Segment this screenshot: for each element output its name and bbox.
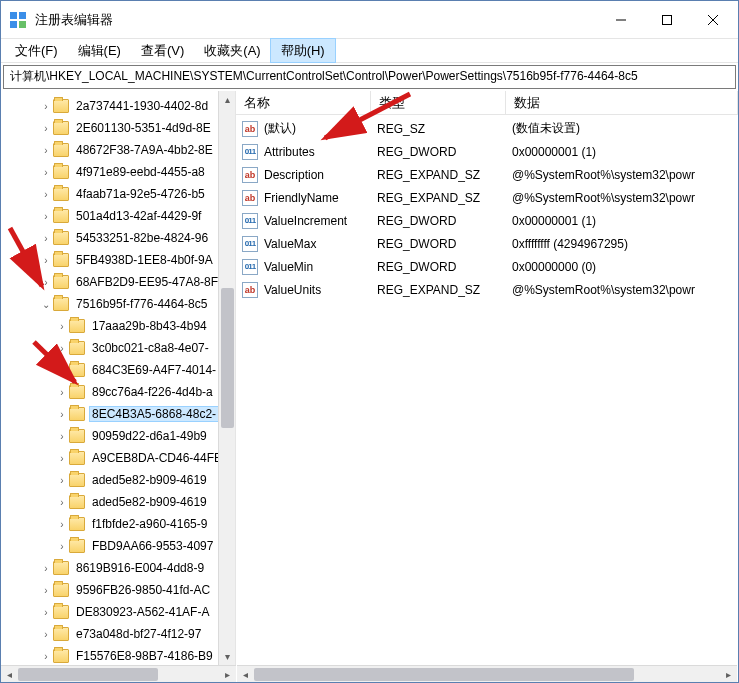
tree-item[interactable]: ›f1fbfde2-a960-4165-9 [7, 513, 235, 535]
value-name: ValueMax [264, 237, 377, 251]
expand-icon[interactable]: › [55, 343, 69, 354]
scroll-left-icon[interactable]: ◂ [237, 666, 254, 683]
tree-item[interactable]: ›2E601130-5351-4d9d-8E [7, 117, 235, 139]
folder-icon [69, 385, 85, 399]
tree-item[interactable]: ›68AFB2D9-EE95-47A8-8F [7, 271, 235, 293]
binary-value-icon: 011 [242, 236, 258, 252]
tree-item[interactable]: ›aded5e82-b909-4619 [7, 469, 235, 491]
scroll-right-icon[interactable]: ▸ [219, 666, 236, 683]
list-row[interactable]: ab(默认)REG_SZ(数值未设置) [236, 117, 738, 140]
expand-icon[interactable]: › [39, 233, 53, 244]
tree-item[interactable]: ›684C3E69-A4F7-4014- [7, 359, 235, 381]
tree-item-label: 2a737441-1930-4402-8d [74, 99, 210, 113]
tree-item[interactable]: ›A9CEB8DA-CD46-44FE [7, 447, 235, 469]
expand-icon[interactable]: ⌄ [39, 299, 53, 310]
col-name[interactable]: 名称 [236, 91, 371, 114]
tree-item[interactable]: ›4faab71a-92e5-4726-b5 [7, 183, 235, 205]
expand-icon[interactable]: › [39, 101, 53, 112]
tree-item[interactable]: ›F15576E8-98B7-4186-B9 [7, 645, 235, 667]
expand-icon[interactable]: › [55, 387, 69, 398]
expand-icon[interactable]: › [39, 255, 53, 266]
expand-icon[interactable]: › [55, 519, 69, 530]
menu-edit[interactable]: 编辑(E) [68, 39, 131, 62]
binary-value-icon: 011 [242, 259, 258, 275]
menu-help[interactable]: 帮助(H) [271, 39, 335, 62]
value-data: 0x00000001 (1) [512, 145, 738, 159]
minimize-button[interactable] [598, 5, 644, 35]
tree-item[interactable]: ›aded5e82-b909-4619 [7, 491, 235, 513]
menu-file[interactable]: 文件(F) [5, 39, 68, 62]
tree-item[interactable]: ⌄7516b95f-f776-4464-8c5 [7, 293, 235, 315]
list-row[interactable]: 011ValueMinREG_DWORD0x00000000 (0) [236, 255, 738, 278]
expand-icon[interactable]: › [55, 321, 69, 332]
tree-item[interactable]: ›5FB4938D-1EE8-4b0f-9A [7, 249, 235, 271]
tree-item[interactable]: ›89cc76a4-f226-4d4b-a [7, 381, 235, 403]
list-row[interactable]: 011AttributesREG_DWORD0x00000001 (1) [236, 140, 738, 163]
tree-item[interactable]: ›54533251-82be-4824-96 [7, 227, 235, 249]
folder-icon [53, 231, 69, 245]
menu-view[interactable]: 查看(V) [131, 39, 194, 62]
expand-icon[interactable]: › [39, 629, 53, 640]
tree-item[interactable]: ›48672F38-7A9A-4bb2-8E [7, 139, 235, 161]
list-row[interactable]: 011ValueMaxREG_DWORD0xffffffff (42949672… [236, 232, 738, 255]
tree-item[interactable]: ›90959d22-d6a1-49b9 [7, 425, 235, 447]
tree-item[interactable]: ›FBD9AA66-9553-4097 [7, 535, 235, 557]
string-value-icon: ab [242, 167, 258, 183]
expand-icon[interactable]: › [39, 189, 53, 200]
expand-icon[interactable]: › [55, 453, 69, 464]
content-area: ›2a737441-1930-4402-8d›2E601130-5351-4d9… [1, 91, 738, 682]
list-row[interactable]: abValueUnitsREG_EXPAND_SZ@%SystemRoot%\s… [236, 278, 738, 301]
titlebar: 注册表编辑器 [1, 1, 738, 39]
list-row[interactable]: abFriendlyNameREG_EXPAND_SZ@%SystemRoot%… [236, 186, 738, 209]
folder-icon [53, 649, 69, 663]
scroll-right-icon[interactable]: ▸ [720, 666, 737, 683]
expand-icon[interactable]: › [39, 651, 53, 662]
tree-item[interactable]: ›3c0bc021-c8a8-4e07- [7, 337, 235, 359]
tree-vertical-scrollbar[interactable]: ▴ ▾ [218, 91, 235, 665]
value-name: ValueMin [264, 260, 377, 274]
tree-item[interactable]: ›4f971e89-eebd-4455-a8 [7, 161, 235, 183]
scroll-left-icon[interactable]: ◂ [1, 666, 18, 683]
address-bar[interactable]: 计算机\HKEY_LOCAL_MACHINE\SYSTEM\CurrentCon… [3, 65, 736, 89]
expand-icon[interactable]: › [55, 475, 69, 486]
expand-icon[interactable]: › [39, 585, 53, 596]
list-row[interactable]: 011ValueIncrementREG_DWORD0x00000001 (1) [236, 209, 738, 232]
col-data[interactable]: 数据 [506, 91, 738, 114]
tree-item[interactable]: ›17aaa29b-8b43-4b94 [7, 315, 235, 337]
tree-item-label: 684C3E69-A4F7-4014- [90, 363, 218, 377]
folder-icon [69, 517, 85, 531]
list-row[interactable]: abDescriptionREG_EXPAND_SZ@%SystemRoot%\… [236, 163, 738, 186]
tree-item[interactable]: ›DE830923-A562-41AF-A [7, 601, 235, 623]
expand-icon[interactable]: › [55, 497, 69, 508]
expand-icon[interactable]: › [55, 365, 69, 376]
expand-icon[interactable]: › [39, 123, 53, 134]
expand-icon[interactable]: › [39, 145, 53, 156]
expand-icon[interactable]: › [39, 211, 53, 222]
expand-icon[interactable]: › [39, 563, 53, 574]
expand-icon[interactable]: › [55, 431, 69, 442]
scroll-down-icon[interactable]: ▾ [219, 648, 236, 665]
tree-item[interactable]: ›8EC4B3A5-6868-48c2- [7, 403, 235, 425]
folder-icon [69, 319, 85, 333]
col-type[interactable]: 类型 [371, 91, 506, 114]
expand-icon[interactable]: › [39, 167, 53, 178]
menu-fav[interactable]: 收藏夹(A) [194, 39, 270, 62]
menubar: 文件(F) 编辑(E) 查看(V) 收藏夹(A) 帮助(H) [1, 39, 738, 63]
tree-item[interactable]: ›8619B916-E004-4dd8-9 [7, 557, 235, 579]
tree-item[interactable]: ›2a737441-1930-4402-8d [7, 95, 235, 117]
expand-icon[interactable]: › [55, 541, 69, 552]
tree-item[interactable]: ›501a4d13-42af-4429-9f [7, 205, 235, 227]
tree-horizontal-scrollbar[interactable]: ◂ ▸ [1, 665, 236, 682]
list-header: 名称 类型 数据 [236, 91, 738, 115]
close-button[interactable] [690, 5, 736, 35]
value-data: (数值未设置) [512, 120, 738, 137]
tree-item[interactable]: ›9596FB26-9850-41fd-AC [7, 579, 235, 601]
expand-icon[interactable]: › [39, 607, 53, 618]
scroll-up-icon[interactable]: ▴ [219, 91, 236, 108]
value-type: REG_DWORD [377, 260, 512, 274]
tree-item[interactable]: ›e73a048d-bf27-4f12-97 [7, 623, 235, 645]
list-horizontal-scrollbar[interactable]: ◂ ▸ [237, 665, 737, 682]
expand-icon[interactable]: › [39, 277, 53, 288]
maximize-button[interactable] [644, 5, 690, 35]
expand-icon[interactable]: › [55, 409, 69, 420]
